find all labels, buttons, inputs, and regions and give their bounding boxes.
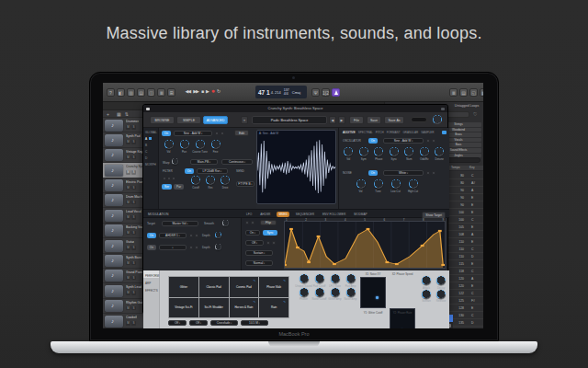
warp-knob[interactable] <box>172 158 178 165</box>
odd-ev-knob[interactable] <box>420 147 429 156</box>
save-button[interactable]: Save <box>367 116 381 124</box>
pad-select-3[interactable]: 10.5 M <box>241 320 268 326</box>
edit-tab-sampler[interactable]: SAMPLER <box>421 131 434 134</box>
column-key[interactable]: Key <box>469 166 475 169</box>
prev-wave-chip[interactable] <box>215 132 219 135</box>
trigger-dropdown[interactable]: Off <box>245 240 264 246</box>
editors-icon[interactable]: ◫ <box>147 88 155 97</box>
lcd-display[interactable]: 47 1 4. 214 137 4/4 Cmaj <box>255 86 307 98</box>
pad-amp-knob[interactable] <box>346 274 356 283</box>
parallel-button[interactable]: Par <box>174 184 184 190</box>
link-icon[interactable] <box>441 108 445 111</box>
edit-tab-pitch[interactable]: PITCH <box>376 131 384 134</box>
column-tempo[interactable]: Tempo <box>451 166 460 169</box>
detune-knob[interactable] <box>435 147 444 156</box>
stop-button[interactable]: ■ <box>201 88 203 94</box>
next-wave-chip[interactable] <box>220 132 224 135</box>
inspector-icon[interactable]: ◧ <box>117 88 125 97</box>
mute-button[interactable]: M <box>126 231 130 236</box>
prev-chip[interactable] <box>426 171 430 175</box>
mixer-icon[interactable]: ▥ <box>127 88 135 97</box>
scale-pill[interactable] <box>411 117 427 122</box>
pad-rain[interactable]: Rain∿ <box>259 298 288 318</box>
pad-phase-slab[interactable]: Phase Slab∿ <box>259 277 288 297</box>
tune-knob[interactable] <box>374 179 383 189</box>
trigger-chip[interactable] <box>266 241 270 245</box>
pad-horses-rain[interactable]: Horses & Rain∿ <box>230 298 259 318</box>
glitter-amp-knob[interactable] <box>331 288 340 297</box>
pan-knob[interactable] <box>180 140 189 149</box>
solo-button[interactable]: S <box>131 140 136 144</box>
track-header-icon[interactable]: ⇅ <box>125 111 129 117</box>
mute-button[interactable]: M <box>126 186 130 190</box>
view-tab-browse[interactable]: BROWSE <box>150 116 175 124</box>
source-tab-c[interactable]: C <box>143 147 158 154</box>
perform-tab-effects[interactable]: EFFECTS <box>143 285 159 293</box>
loop-mode-dropdown[interactable]: Sustain <box>245 250 273 256</box>
next-chip[interactable] <box>432 171 435 175</box>
filter-type-dropdown[interactable]: LP 24dB Rsn <box>197 168 228 174</box>
record-button[interactable]: ● <box>211 87 214 94</box>
mod-chip[interactable] <box>195 234 198 237</box>
attack-knob[interactable] <box>422 276 431 285</box>
filter-send-dropdown[interactable]: FTYPE B <box>236 181 254 187</box>
track-header-icon[interactable]: ▦ <box>117 111 121 117</box>
oscillator-wave-dropdown[interactable]: Sine - Add W <box>383 138 424 144</box>
phaser-knob[interactable] <box>300 288 309 297</box>
mute-button[interactable]: M <box>126 261 130 266</box>
edit-tab-additive[interactable]: ADDITIVE <box>343 131 356 134</box>
curve-dropdown[interactable]: Normal <box>245 260 273 266</box>
plugin-title-bar[interactable]: Crunchy Synth: Breathless Space <box>143 105 447 112</box>
mute-button[interactable]: M <box>126 321 130 326</box>
vol-knob[interactable] <box>164 140 174 149</box>
pitchbend-dropdown[interactable]: Main-PB <box>190 159 218 165</box>
pad-classic-pad[interactable]: Classic Pad <box>199 277 229 297</box>
flip-button[interactable]: Flip <box>260 220 277 225</box>
fine-knob[interactable] <box>211 140 220 149</box>
env-tab-ahdsr[interactable]: AHDSR <box>258 212 272 217</box>
lfo-rate-knob[interactable] <box>331 274 340 283</box>
noise-on-button[interactable]: On <box>368 170 378 176</box>
preset-menu-chip[interactable]: ≡ <box>241 116 248 124</box>
source-tab-b[interactable]: B <box>143 141 158 147</box>
pad-vintage-sci-fi[interactable]: Vintage Sci-Fi <box>169 298 198 318</box>
panel-mode-icon[interactable] <box>442 131 447 134</box>
filter-slot-1[interactable] <box>163 177 166 180</box>
mute-button[interactable]: M <box>126 246 130 250</box>
mute-button[interactable]: M <box>126 215 130 220</box>
solo-button[interactable]: S <box>131 261 136 266</box>
cycle-button[interactable]: ↻ <box>217 88 220 94</box>
solo-button[interactable]: S <box>131 321 136 326</box>
sustain-knob[interactable] <box>422 290 431 299</box>
metronome-button[interactable] <box>332 88 340 97</box>
solo-button[interactable]: S <box>131 155 136 160</box>
edit-tab-granular[interactable]: GRANULAR <box>403 131 419 134</box>
mute-button[interactable]: M <box>126 155 130 160</box>
pad-select-2[interactable]: Crossfade <box>210 320 238 326</box>
env-tab-mseg[interactable]: MSEG <box>277 212 288 217</box>
favorites-heart-icon[interactable]: ♡ <box>473 111 477 117</box>
mod-chip[interactable] <box>189 246 193 249</box>
source-tab-global[interactable]: GLOBAL <box>143 128 158 134</box>
solo-button[interactable]: S <box>131 215 136 220</box>
next-preset-button[interactable]: ▶ <box>338 116 345 124</box>
env-tab-lfo[interactable]: LFO <box>244 212 254 217</box>
solo-button[interactable]: S <box>131 231 136 236</box>
oscillator-on-button[interactable]: On <box>368 138 378 144</box>
mod-slot1-on[interactable]: On <box>147 233 156 238</box>
view-tab-advanced[interactable]: ADVANCED <box>203 116 228 124</box>
source-wave-dropdown[interactable]: Sine - Add W <box>174 131 212 136</box>
cutoff-knob[interactable] <box>191 176 200 185</box>
master-volume-knob[interactable] <box>433 115 442 124</box>
prev-chip[interactable] <box>426 139 430 143</box>
list-editors-icon[interactable]: ≣ <box>157 88 165 97</box>
solo-button[interactable]: S <box>131 201 136 205</box>
close-window-icon[interactable] <box>146 108 150 111</box>
filter-slot-2[interactable] <box>167 177 171 180</box>
solo-button[interactable]: S <box>131 186 136 190</box>
vol-knob[interactable] <box>344 147 353 156</box>
edit-button[interactable]: Edit <box>234 130 249 136</box>
quick-help-icon[interactable]: ? <box>107 88 115 97</box>
sync-knob[interactable] <box>390 147 399 156</box>
perform-tab-arp[interactable]: ARP <box>143 278 159 285</box>
